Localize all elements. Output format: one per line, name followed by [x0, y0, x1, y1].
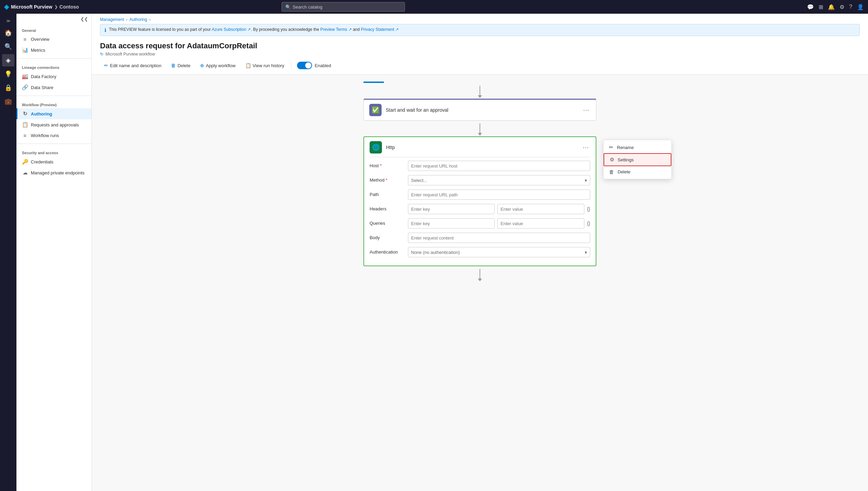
sidebar-icon-insights[interactable]: 💡: [2, 68, 14, 80]
overview-label: Overview: [31, 37, 49, 42]
headers-value-input[interactable]: [497, 204, 584, 214]
delete-cm-icon: 🗑: [609, 169, 614, 175]
requests-icon: 📋: [22, 122, 28, 128]
apply-workflow-button[interactable]: ⊕ Apply workflow: [196, 61, 240, 70]
expand-icon[interactable]: ≫: [4, 16, 13, 25]
breadcrumb-sep-2: ›: [149, 17, 150, 22]
info-icon: ℹ: [104, 27, 106, 33]
settings-label: Settings: [618, 157, 634, 162]
approval-more-button[interactable]: ⋯: [582, 105, 591, 115]
toggle-track[interactable]: [297, 62, 312, 69]
private-endpoints-label: Managed private endpoints: [31, 170, 85, 175]
bell-icon[interactable]: 🔔: [828, 4, 835, 10]
chat-icon[interactable]: 💬: [807, 4, 814, 10]
headers-braces[interactable]: {}: [587, 206, 590, 212]
host-input[interactable]: [408, 161, 590, 171]
refresh-icon: ↻: [100, 52, 103, 57]
auth-select[interactable]: None (no authentication) ▾: [408, 247, 590, 257]
http-more-button[interactable]: ⋯: [581, 142, 590, 152]
approval-step: ✅ Start and wait for an approval ⋯: [363, 99, 596, 121]
edit-button[interactable]: ✏ Edit name and description: [100, 61, 165, 70]
context-menu-rename[interactable]: ✏ Rename: [604, 142, 671, 153]
headers-label: Headers: [370, 204, 404, 211]
avatar-icon[interactable]: 👤: [857, 4, 864, 10]
sidebar-item-data-share[interactable]: 🔗 Data Share: [16, 82, 91, 93]
privacy-statement-link[interactable]: Privacy Statement ↗: [361, 27, 399, 32]
nav-sidebar: ❮❮ General ≡ Overview 📊 Metrics Lineage …: [16, 14, 92, 491]
brand-logo: ◈: [4, 3, 9, 11]
sidebar-item-credentials[interactable]: 🔑 Credentials: [16, 156, 91, 167]
sidebar-item-overview[interactable]: ≡ Overview: [16, 34, 91, 45]
top-nav-icons: 💬 ⊞ 🔔 ⚙ ? 👤: [807, 4, 864, 10]
page-header: Data access request for AdataumCorpRetai…: [92, 36, 868, 57]
page-title: Data access request for AdataumCorpRetai…: [100, 41, 860, 50]
sidebar-item-workflow-runs[interactable]: ≡ Workflow runs: [16, 130, 91, 141]
settings-icon[interactable]: ⚙: [840, 4, 844, 10]
sidebar-icon-home[interactable]: 🏠: [2, 27, 14, 39]
sidebar-item-requests[interactable]: 📋 Requests and approvals: [16, 119, 91, 130]
queries-value-input[interactable]: [497, 218, 584, 229]
http-step: 🌐 Http ⋯ Host *: [363, 136, 596, 266]
delete-button[interactable]: 🗑 Delete: [167, 61, 195, 70]
arrow-3: [480, 269, 480, 279]
approval-icon: ✅: [372, 106, 379, 114]
host-label: Host *: [370, 161, 404, 168]
context-menu-settings[interactable]: ⚙ Settings: [604, 153, 671, 166]
brand: ◈ Microsoft Purview ❯ Contoso: [4, 3, 79, 11]
auth-chevron: ▾: [585, 250, 587, 255]
method-required: *: [386, 177, 387, 183]
overview-icon: ≡: [22, 36, 28, 42]
toggle-label: Enabled: [315, 63, 331, 68]
tab-bar: [363, 82, 596, 83]
settings-cm-icon: ⚙: [610, 157, 614, 163]
authoring-icon: ↻: [22, 111, 28, 117]
toolbar: ✏ Edit name and description 🗑 Delete ⊕ A…: [92, 57, 868, 75]
sidebar-icon-security[interactable]: 🔒: [2, 82, 14, 94]
context-menu-delete[interactable]: 🗑 Delete: [604, 166, 671, 177]
breadcrumb-sep-1: ›: [126, 17, 127, 22]
breadcrumb: Management › Authoring ›: [92, 14, 868, 24]
context-menu: ✏ Rename ⚙ Settings 🗑 Delete: [603, 140, 672, 179]
path-row: Path: [370, 189, 590, 200]
collapse-button[interactable]: ❮❮: [16, 14, 91, 24]
enabled-toggle[interactable]: Enabled: [297, 62, 331, 69]
sidebar-item-authoring[interactable]: ↻ Authoring: [16, 108, 91, 119]
page-subtitle: ↻ Microsoft Purview workflow: [100, 52, 860, 57]
apply-icon: ⊕: [200, 63, 204, 68]
data-factory-label: Data Factory: [31, 74, 56, 79]
view-history-button[interactable]: 📋 View run history: [241, 61, 288, 70]
method-select[interactable]: Select... ▾: [408, 175, 590, 185]
sidebar-icon-catalog[interactable]: ◈: [2, 54, 14, 66]
apps-icon[interactable]: ⊞: [819, 4, 823, 10]
search-bar[interactable]: 🔍 Search catalog: [282, 2, 405, 12]
sidebar-item-data-factory[interactable]: 🏭 Data Factory: [16, 71, 91, 82]
help-icon[interactable]: ?: [849, 4, 852, 10]
rename-label: Rename: [617, 145, 634, 150]
preview-terms-link[interactable]: Preview Terms ↗: [320, 27, 352, 32]
main-layout: ≫ 🏠 🔍 ◈ 💡 🔒 💼 ❮❮ General ≡ Overview 📊 Me…: [0, 14, 868, 491]
icon-sidebar: ≫ 🏠 🔍 ◈ 💡 🔒 💼: [0, 14, 16, 491]
body-input[interactable]: [408, 233, 590, 243]
headers-key-input[interactable]: [408, 204, 495, 214]
sidebar-item-metrics[interactable]: 📊 Metrics: [16, 45, 91, 56]
breadcrumb-authoring[interactable]: Authoring: [129, 17, 147, 22]
azure-subscription-link[interactable]: Azure Subscription ↗: [212, 27, 251, 32]
path-label: Path: [370, 189, 404, 197]
sidebar-item-private-endpoints[interactable]: ☁ Managed private endpoints: [16, 167, 91, 178]
approval-step-wrapper: ✅ Start and wait for an approval ⋯: [363, 99, 596, 121]
queries-key-input[interactable]: [408, 218, 495, 229]
divider-1: [16, 58, 91, 59]
breadcrumb-management[interactable]: Management: [100, 17, 124, 22]
metrics-label: Metrics: [31, 48, 45, 53]
apply-label: Apply workflow: [206, 63, 236, 68]
path-input[interactable]: [408, 189, 590, 200]
sidebar-icon-portfolio[interactable]: 💼: [2, 95, 14, 108]
sidebar-icon-search[interactable]: 🔍: [2, 40, 14, 53]
approval-title: Start and wait for an approval: [386, 107, 578, 113]
requests-label: Requests and approvals: [31, 122, 79, 127]
queries-braces[interactable]: {}: [587, 221, 590, 226]
history-icon: 📋: [245, 63, 251, 68]
method-row: Method * Select... ▾: [370, 175, 590, 185]
delete-label: Delete: [177, 63, 190, 68]
workflow-canvas: ✅ Start and wait for an approval ⋯: [92, 75, 868, 491]
